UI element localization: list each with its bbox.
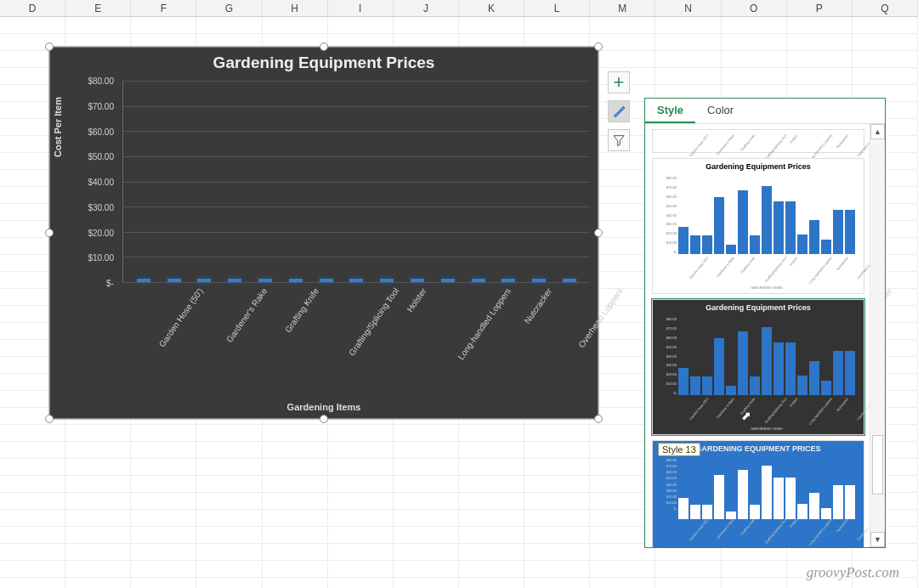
column-header-D[interactable]: D [0, 0, 65, 16]
thumb-title: Gardening Equipment Prices [653, 159, 864, 174]
funnel-icon [612, 133, 626, 147]
bar[interactable] [563, 279, 576, 282]
bar[interactable] [532, 279, 546, 282]
column-header-G[interactable]: G [196, 0, 262, 16]
column-header-M[interactable]: M [590, 0, 655, 16]
chart-object[interactable]: Gardening Equipment Prices Cost Per Item… [48, 46, 599, 420]
bar[interactable] [167, 279, 181, 282]
style-tooltip: Style 13 [658, 443, 700, 456]
bars [123, 81, 590, 282]
scroll-thumb[interactable] [872, 435, 883, 495]
resize-handle-w[interactable] [45, 229, 54, 237]
chart-elements-button[interactable]: + [608, 71, 630, 93]
chart-body: Cost Per Item $80.00$70.00$60.00$50.00$4… [58, 81, 590, 410]
resize-handle-ne[interactable] [594, 42, 603, 51]
scroll-down-arrow[interactable]: ▼ [870, 532, 885, 547]
chart-style-gallery: Style Color Garden Hose (50')Gardener's … [644, 98, 886, 548]
plot-area [122, 81, 590, 283]
bar[interactable] [228, 279, 241, 282]
column-header-L[interactable]: L [524, 0, 590, 16]
tab-color[interactable]: Color [695, 99, 745, 123]
scroll-track[interactable] [872, 139, 883, 532]
bar[interactable] [349, 279, 363, 282]
column-header-F[interactable]: F [131, 0, 196, 16]
y-axis-label: Cost Per Item [53, 97, 63, 157]
resize-handle-sw[interactable] [45, 415, 54, 423]
bar[interactable] [502, 279, 515, 282]
scroll-up-arrow[interactable]: ▲ [870, 124, 885, 139]
y-axis-ticks: $80.00$70.00$60.00$50.00$40.00$30.00$20.… [75, 81, 119, 283]
column-header-P[interactable]: P [787, 0, 853, 16]
chart-styles-button[interactable] [608, 100, 630, 122]
bar[interactable] [197, 279, 211, 282]
gallery-body: Garden Hose (50')Gardener's RakeGrafting… [645, 124, 885, 547]
x-axis-ticks: Garden Hose (50')Gardener's RakeGrafting… [122, 283, 590, 393]
gallery-tabs: Style Color [645, 99, 885, 124]
bar[interactable] [380, 279, 394, 282]
bar[interactable] [137, 279, 150, 282]
tab-style[interactable]: Style [645, 99, 695, 123]
column-header-H[interactable]: H [263, 0, 328, 16]
chart-title: Gardening Equipment Prices [49, 47, 598, 76]
resize-handle-s[interactable] [320, 415, 328, 423]
style-thumbnail-light[interactable]: Gardening Equipment Prices $80.00$70.00$… [652, 158, 864, 294]
column-header-Q[interactable]: Q [853, 0, 918, 16]
bar[interactable] [411, 279, 424, 282]
resize-handle-e[interactable] [594, 229, 603, 237]
bar[interactable] [258, 279, 272, 282]
chart-filters-button[interactable] [608, 129, 630, 151]
column-headers: DEFGHIJKLMNOPQ [0, 0, 918, 17]
thumb-title: Gardening Equipment Prices [653, 300, 864, 315]
resize-handle-se[interactable] [594, 415, 603, 423]
style-thumbnail-top-partial[interactable]: Garden Hose (50')Gardener's RakeGrafting… [652, 129, 864, 153]
bar[interactable] [320, 279, 333, 282]
bar[interactable] [472, 279, 485, 282]
paintbrush-icon [612, 105, 626, 118]
bar[interactable] [441, 279, 455, 282]
style-thumbnail-dark[interactable]: Gardening Equipment Prices $80.00$70.00$… [652, 299, 864, 435]
plus-icon: + [614, 71, 625, 93]
column-header-J[interactable]: J [394, 0, 459, 16]
column-header-O[interactable]: O [722, 0, 787, 16]
column-header-E[interactable]: E [65, 0, 131, 16]
column-header-N[interactable]: N [655, 0, 721, 16]
x-axis-label: Gardening Items [58, 402, 590, 412]
style-thumbnail-blue[interactable]: Style 13 GARDENING EQUIPMENT PRICES $80.… [652, 440, 864, 547]
resize-handle-nw[interactable] [45, 42, 54, 51]
column-header-I[interactable]: I [328, 0, 394, 16]
column-header-K[interactable]: K [459, 0, 524, 16]
resize-handle-n[interactable] [320, 42, 328, 51]
watermark: groovyPost.com [807, 564, 899, 581]
gallery-scrollbar[interactable]: ▲ ▼ [870, 124, 885, 547]
bar[interactable] [289, 279, 303, 282]
